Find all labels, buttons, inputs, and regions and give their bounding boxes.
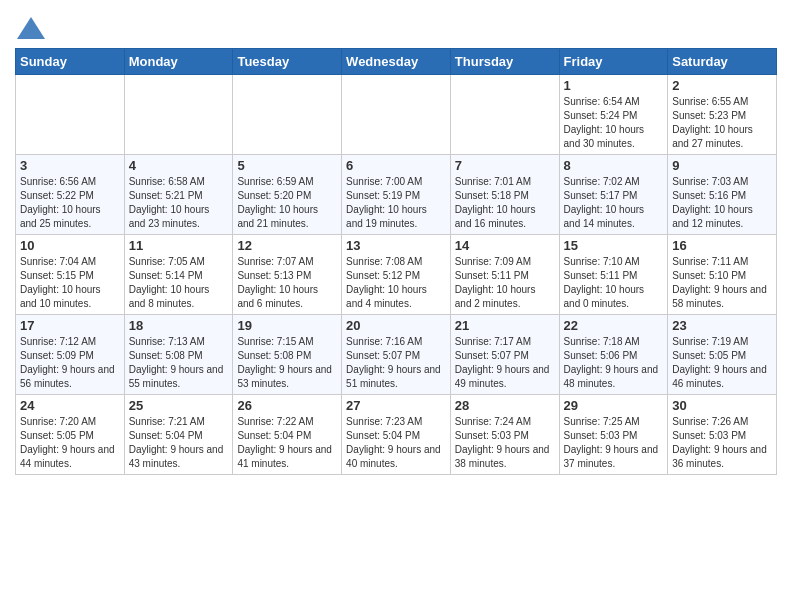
day-info: Sunrise: 7:02 AM Sunset: 5:17 PM Dayligh…: [564, 175, 664, 231]
calendar-cell: [450, 75, 559, 155]
logo-icon: [17, 17, 45, 39]
day-number: 23: [672, 318, 772, 333]
day-info: Sunrise: 7:08 AM Sunset: 5:12 PM Dayligh…: [346, 255, 446, 311]
day-number: 11: [129, 238, 229, 253]
calendar-cell: 17Sunrise: 7:12 AM Sunset: 5:09 PM Dayli…: [16, 315, 125, 395]
calendar-cell: 30Sunrise: 7:26 AM Sunset: 5:03 PM Dayli…: [668, 395, 777, 475]
day-info: Sunrise: 7:24 AM Sunset: 5:03 PM Dayligh…: [455, 415, 555, 471]
calendar-cell: 12Sunrise: 7:07 AM Sunset: 5:13 PM Dayli…: [233, 235, 342, 315]
day-number: 19: [237, 318, 337, 333]
day-number: 29: [564, 398, 664, 413]
day-info: Sunrise: 7:15 AM Sunset: 5:08 PM Dayligh…: [237, 335, 337, 391]
calendar-week-row: 17Sunrise: 7:12 AM Sunset: 5:09 PM Dayli…: [16, 315, 777, 395]
day-number: 10: [20, 238, 120, 253]
day-number: 7: [455, 158, 555, 173]
day-info: Sunrise: 7:07 AM Sunset: 5:13 PM Dayligh…: [237, 255, 337, 311]
day-info: Sunrise: 7:21 AM Sunset: 5:04 PM Dayligh…: [129, 415, 229, 471]
day-info: Sunrise: 6:58 AM Sunset: 5:21 PM Dayligh…: [129, 175, 229, 231]
calendar-cell: 15Sunrise: 7:10 AM Sunset: 5:11 PM Dayli…: [559, 235, 668, 315]
calendar-cell: 14Sunrise: 7:09 AM Sunset: 5:11 PM Dayli…: [450, 235, 559, 315]
day-info: Sunrise: 7:00 AM Sunset: 5:19 PM Dayligh…: [346, 175, 446, 231]
day-info: Sunrise: 7:25 AM Sunset: 5:03 PM Dayligh…: [564, 415, 664, 471]
col-header-saturday: Saturday: [668, 49, 777, 75]
day-number: 13: [346, 238, 446, 253]
calendar-cell: [124, 75, 233, 155]
day-number: 24: [20, 398, 120, 413]
day-number: 9: [672, 158, 772, 173]
svg-marker-0: [17, 17, 45, 39]
calendar-cell: 23Sunrise: 7:19 AM Sunset: 5:05 PM Dayli…: [668, 315, 777, 395]
day-info: Sunrise: 7:22 AM Sunset: 5:04 PM Dayligh…: [237, 415, 337, 471]
calendar-cell: [16, 75, 125, 155]
header: [15, 10, 777, 40]
day-info: Sunrise: 7:16 AM Sunset: 5:07 PM Dayligh…: [346, 335, 446, 391]
calendar-cell: 13Sunrise: 7:08 AM Sunset: 5:12 PM Dayli…: [342, 235, 451, 315]
day-number: 3: [20, 158, 120, 173]
calendar-cell: 9Sunrise: 7:03 AM Sunset: 5:16 PM Daylig…: [668, 155, 777, 235]
day-number: 8: [564, 158, 664, 173]
calendar-week-row: 1Sunrise: 6:54 AM Sunset: 5:24 PM Daylig…: [16, 75, 777, 155]
day-number: 26: [237, 398, 337, 413]
day-info: Sunrise: 7:01 AM Sunset: 5:18 PM Dayligh…: [455, 175, 555, 231]
day-number: 18: [129, 318, 229, 333]
day-info: Sunrise: 6:54 AM Sunset: 5:24 PM Dayligh…: [564, 95, 664, 151]
day-number: 28: [455, 398, 555, 413]
day-number: 12: [237, 238, 337, 253]
calendar-cell: 6Sunrise: 7:00 AM Sunset: 5:19 PM Daylig…: [342, 155, 451, 235]
day-info: Sunrise: 7:05 AM Sunset: 5:14 PM Dayligh…: [129, 255, 229, 311]
col-header-friday: Friday: [559, 49, 668, 75]
day-number: 30: [672, 398, 772, 413]
calendar-week-row: 3Sunrise: 6:56 AM Sunset: 5:22 PM Daylig…: [16, 155, 777, 235]
col-header-wednesday: Wednesday: [342, 49, 451, 75]
col-header-sunday: Sunday: [16, 49, 125, 75]
logo-text-block: [15, 16, 45, 40]
calendar-cell: 18Sunrise: 7:13 AM Sunset: 5:08 PM Dayli…: [124, 315, 233, 395]
calendar-cell: 25Sunrise: 7:21 AM Sunset: 5:04 PM Dayli…: [124, 395, 233, 475]
day-info: Sunrise: 7:11 AM Sunset: 5:10 PM Dayligh…: [672, 255, 772, 311]
day-info: Sunrise: 7:12 AM Sunset: 5:09 PM Dayligh…: [20, 335, 120, 391]
day-info: Sunrise: 7:10 AM Sunset: 5:11 PM Dayligh…: [564, 255, 664, 311]
day-info: Sunrise: 7:23 AM Sunset: 5:04 PM Dayligh…: [346, 415, 446, 471]
day-number: 15: [564, 238, 664, 253]
day-number: 25: [129, 398, 229, 413]
calendar-cell: 7Sunrise: 7:01 AM Sunset: 5:18 PM Daylig…: [450, 155, 559, 235]
calendar-week-row: 10Sunrise: 7:04 AM Sunset: 5:15 PM Dayli…: [16, 235, 777, 315]
day-number: 16: [672, 238, 772, 253]
day-number: 20: [346, 318, 446, 333]
calendar-cell: 8Sunrise: 7:02 AM Sunset: 5:17 PM Daylig…: [559, 155, 668, 235]
day-info: Sunrise: 6:55 AM Sunset: 5:23 PM Dayligh…: [672, 95, 772, 151]
day-number: 2: [672, 78, 772, 93]
day-info: Sunrise: 7:04 AM Sunset: 5:15 PM Dayligh…: [20, 255, 120, 311]
calendar-cell: 1Sunrise: 6:54 AM Sunset: 5:24 PM Daylig…: [559, 75, 668, 155]
day-number: 21: [455, 318, 555, 333]
calendar-cell: 5Sunrise: 6:59 AM Sunset: 5:20 PM Daylig…: [233, 155, 342, 235]
day-number: 6: [346, 158, 446, 173]
calendar-week-row: 24Sunrise: 7:20 AM Sunset: 5:05 PM Dayli…: [16, 395, 777, 475]
calendar-cell: 27Sunrise: 7:23 AM Sunset: 5:04 PM Dayli…: [342, 395, 451, 475]
day-number: 14: [455, 238, 555, 253]
day-info: Sunrise: 7:26 AM Sunset: 5:03 PM Dayligh…: [672, 415, 772, 471]
day-info: Sunrise: 7:20 AM Sunset: 5:05 PM Dayligh…: [20, 415, 120, 471]
day-info: Sunrise: 7:03 AM Sunset: 5:16 PM Dayligh…: [672, 175, 772, 231]
calendar-table: SundayMondayTuesdayWednesdayThursdayFrid…: [15, 48, 777, 475]
calendar-cell: 19Sunrise: 7:15 AM Sunset: 5:08 PM Dayli…: [233, 315, 342, 395]
calendar-cell: 22Sunrise: 7:18 AM Sunset: 5:06 PM Dayli…: [559, 315, 668, 395]
calendar-header-row: SundayMondayTuesdayWednesdayThursdayFrid…: [16, 49, 777, 75]
day-number: 5: [237, 158, 337, 173]
calendar-cell: 26Sunrise: 7:22 AM Sunset: 5:04 PM Dayli…: [233, 395, 342, 475]
day-number: 4: [129, 158, 229, 173]
day-number: 1: [564, 78, 664, 93]
col-header-monday: Monday: [124, 49, 233, 75]
calendar-cell: 16Sunrise: 7:11 AM Sunset: 5:10 PM Dayli…: [668, 235, 777, 315]
calendar-cell: [233, 75, 342, 155]
calendar-cell: 2Sunrise: 6:55 AM Sunset: 5:23 PM Daylig…: [668, 75, 777, 155]
day-info: Sunrise: 7:17 AM Sunset: 5:07 PM Dayligh…: [455, 335, 555, 391]
calendar-cell: 29Sunrise: 7:25 AM Sunset: 5:03 PM Dayli…: [559, 395, 668, 475]
logo: [15, 16, 45, 40]
calendar-cell: 11Sunrise: 7:05 AM Sunset: 5:14 PM Dayli…: [124, 235, 233, 315]
day-info: Sunrise: 7:13 AM Sunset: 5:08 PM Dayligh…: [129, 335, 229, 391]
day-info: Sunrise: 7:19 AM Sunset: 5:05 PM Dayligh…: [672, 335, 772, 391]
calendar-cell: 3Sunrise: 6:56 AM Sunset: 5:22 PM Daylig…: [16, 155, 125, 235]
calendar-cell: 21Sunrise: 7:17 AM Sunset: 5:07 PM Dayli…: [450, 315, 559, 395]
calendar-cell: 28Sunrise: 7:24 AM Sunset: 5:03 PM Dayli…: [450, 395, 559, 475]
